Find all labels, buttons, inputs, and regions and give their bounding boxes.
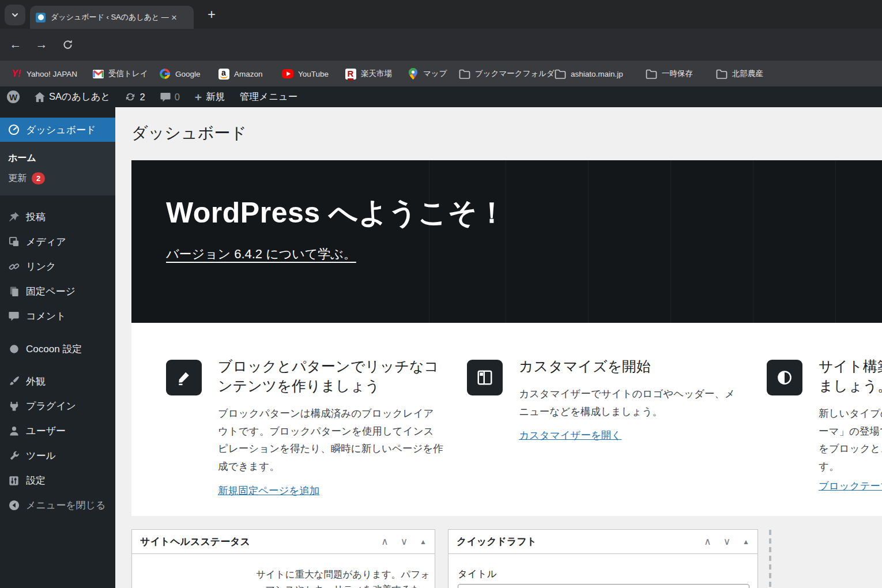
- wp-admin-bar: W SAのあしあと 2 0 + 新規 管理メニュー: [0, 86, 882, 107]
- folder-icon: [716, 68, 728, 80]
- wrench-icon: [8, 450, 20, 462]
- sidebar-collapse-menu[interactable]: メニューを閉じる: [0, 493, 115, 518]
- pages-icon: [8, 286, 20, 297]
- bookmark-folder-4[interactable]: 北部農産: [716, 61, 763, 87]
- bookmark-rakuten[interactable]: R 楽天市場: [345, 61, 392, 87]
- folder-icon: [646, 68, 657, 80]
- widget-header[interactable]: クイックドラフト ∧ ∨ ▲: [448, 530, 757, 554]
- admin-bar-admin-menu[interactable]: 管理メニュー: [240, 91, 297, 103]
- tab-bar: ダッシュボード ‹ SAのあしあと — Wo × +: [0, 0, 882, 29]
- welcome-column-block-themes: サイト構築の新しい方法を見つけましょう。 新しいタイプのテーマ「ブロックテーマ」…: [819, 356, 882, 493]
- update-count-badge: 2: [32, 172, 45, 184]
- quick-draft-widget: クイックドラフト ∧ ∨ ▲ タイトル: [448, 529, 758, 588]
- wordpress-favicon-icon: [36, 13, 46, 22]
- admin-bar-new[interactable]: + 新規: [195, 91, 225, 103]
- bookmark-yahoo[interactable]: Y! Yahoo! JAPAN: [10, 61, 77, 87]
- quick-draft-title-label: タイトル: [458, 568, 757, 581]
- welcome-column-blocks: ブロックとパターンでリッチなコンテンツを作りましょう ブロックパターンは構成済み…: [218, 356, 444, 497]
- sidebar-item-media[interactable]: メディア: [0, 229, 115, 254]
- column-body: カスタマイザーでサイトのロゴやヘッダー、メニューなどを構成しましょう。: [519, 385, 745, 420]
- sidebar-item-cocoon-settings[interactable]: Cocoon 設定: [0, 337, 115, 361]
- plus-icon: +: [195, 91, 202, 103]
- toggle-panel-icon[interactable]: ▲: [742, 538, 749, 546]
- forward-button[interactable]: →: [33, 36, 50, 53]
- move-down-icon[interactable]: ∨: [723, 536, 730, 548]
- sidebar-item-dashboard[interactable]: ダッシュボード: [0, 118, 115, 142]
- bookmark-gmail[interactable]: 受信トレイ: [92, 61, 148, 87]
- amazon-icon: a: [218, 68, 229, 80]
- collapse-arrow-icon: [8, 500, 20, 511]
- add-new-page-link[interactable]: 新規固定ページを追加: [218, 484, 319, 497]
- learn-block-themes-link[interactable]: ブロックテーマについて詳しく学ぶ: [819, 479, 882, 493]
- sidebar-item-appearance[interactable]: 外観: [0, 369, 115, 394]
- plug-icon: [8, 401, 20, 412]
- sidebar-item-pages[interactable]: 固定ページ: [0, 279, 115, 304]
- admin-bar-site-name[interactable]: SAのあしあと: [35, 91, 110, 103]
- browser-tab[interactable]: ダッシュボード ‹ SAのあしあと — Wo ×: [30, 6, 194, 29]
- version-learn-link[interactable]: バージョン 6.4.2 について学ぶ。: [166, 246, 356, 263]
- bookmark-folder-1[interactable]: ブックマークフォルダ: [459, 61, 555, 87]
- user-icon: [8, 425, 20, 437]
- column-heading: カスタマイズを開始: [519, 356, 745, 376]
- bookmark-amazon[interactable]: a Amazon: [218, 61, 263, 87]
- widget-dropzone-border: [769, 530, 771, 588]
- move-down-icon[interactable]: ∨: [401, 536, 408, 548]
- sidebar-item-posts[interactable]: 投稿: [0, 205, 115, 229]
- layout-icon: [467, 360, 503, 395]
- tab-close-icon[interactable]: ×: [171, 13, 177, 22]
- bookmark-maps[interactable]: マップ: [407, 61, 447, 87]
- quick-draft-title-input[interactable]: [458, 584, 749, 588]
- styles-half-circle-icon: [767, 360, 802, 395]
- bookmark-folder-3[interactable]: 一時保存: [646, 61, 693, 87]
- admin-bar-updates[interactable]: 2: [125, 92, 145, 103]
- widget-header[interactable]: サイトヘルスステータス ∧ ∨ ▲: [132, 530, 435, 554]
- dashboard-icon: [8, 124, 20, 135]
- toggle-panel-icon[interactable]: ▲: [420, 538, 427, 546]
- google-maps-icon: [407, 68, 419, 80]
- comment-icon: [8, 311, 20, 322]
- admin-bar-comments[interactable]: 0: [160, 92, 180, 103]
- reload-icon: [62, 39, 73, 50]
- reload-button[interactable]: [59, 36, 76, 53]
- bookmark-folder-2[interactable]: ashiato.main.jp: [555, 61, 623, 87]
- wordpress-logo-icon[interactable]: W: [7, 91, 20, 103]
- widget-title: クイックドラフト: [457, 535, 704, 548]
- back-button[interactable]: ←: [7, 36, 24, 53]
- column-body: ブロックパターンは構成済みのブロックレイアウトです。ブロックパターンを使用してイ…: [218, 405, 444, 476]
- column-heading: ブロックとパターンでリッチなコンテンツを作りましょう: [218, 356, 444, 395]
- bookmarks-bar: Y! Yahoo! JAPAN 受信トレイ Google a Amazon Yo…: [0, 60, 882, 86]
- edit-pencil-icon: [166, 360, 202, 395]
- media-icon: [8, 236, 20, 248]
- sidebar-item-updates[interactable]: 更新 2: [8, 169, 115, 187]
- sidebar-item-plugins[interactable]: プラグイン: [0, 394, 115, 419]
- sidebar-item-settings[interactable]: 設定: [0, 468, 115, 493]
- welcome-column-customize: カスタマイズを開始 カスタマイザーでサイトのロゴやヘッダー、メニューなどを構成し…: [519, 356, 745, 442]
- sidebar-item-users[interactable]: ユーザー: [0, 419, 115, 443]
- sidebar-item-home[interactable]: ホーム: [8, 149, 115, 167]
- bookmark-youtube[interactable]: YouTube: [282, 61, 329, 87]
- bookmark-google[interactable]: Google: [159, 61, 201, 87]
- browser-window: ダッシュボード ‹ SAのあしあと — Wo × + ← → ashiato.m…: [0, 0, 882, 588]
- sidebar-item-links[interactable]: リンク: [0, 254, 115, 279]
- new-tab-button[interactable]: +: [203, 6, 220, 23]
- wp-admin-menu: ダッシュボード ホーム 更新 2 投稿 メディア リンク: [0, 107, 115, 588]
- welcome-heading: WordPress へようこそ！: [166, 194, 507, 232]
- open-customizer-link[interactable]: カスタマイザーを開く: [519, 428, 621, 442]
- rakuten-icon: R: [345, 68, 356, 80]
- tab-search-button[interactable]: [5, 5, 25, 25]
- move-up-icon[interactable]: ∧: [704, 536, 711, 548]
- sidebar-item-comments[interactable]: コメント: [0, 304, 115, 329]
- page-title: ダッシュボード: [131, 122, 247, 144]
- youtube-icon: [282, 68, 293, 80]
- yahoo-icon: Y!: [10, 68, 22, 80]
- circle-icon: [8, 344, 20, 355]
- move-up-icon[interactable]: ∧: [381, 536, 388, 548]
- dashboard-submenu: ホーム 更新 2: [0, 142, 115, 195]
- column-body: 新しいタイプのテーマ「ブロックテーマ」の登場です。サイトの隅々までをブロックとス…: [819, 405, 882, 476]
- welcome-panel: WordPress へようこそ！ バージョン 6.4.2 について学ぶ。 ブロッ…: [131, 160, 882, 516]
- sidebar-item-tools[interactable]: ツール: [0, 443, 115, 468]
- paintbrush-icon: [8, 376, 20, 387]
- welcome-banner: WordPress へようこそ！ バージョン 6.4.2 について学ぶ。: [131, 160, 882, 323]
- dashboard-content: ダッシュボード WordPress へようこそ！ バージョン 6.4.2 につい…: [115, 107, 882, 588]
- widget-title: サイトヘルスステータス: [140, 535, 381, 548]
